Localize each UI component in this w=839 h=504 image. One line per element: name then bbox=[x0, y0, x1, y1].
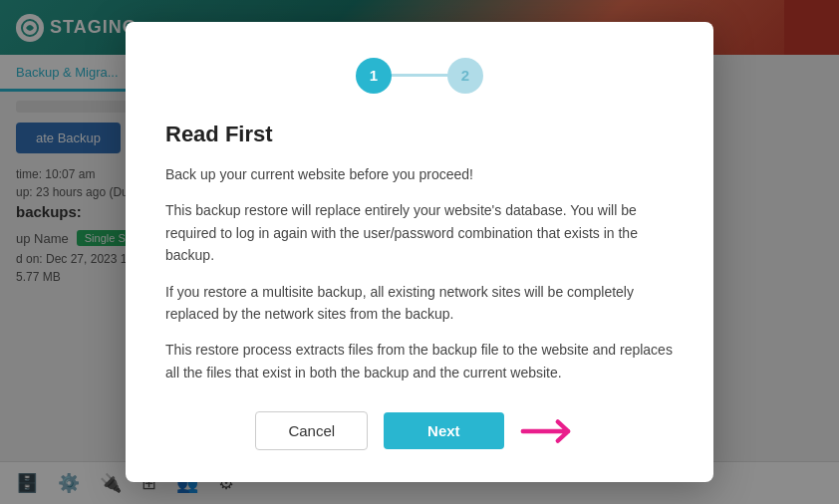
step-2-label: 2 bbox=[461, 67, 469, 84]
modal-paragraph-1: Back up your current website before you … bbox=[165, 163, 674, 185]
arrow-icon bbox=[514, 416, 584, 446]
modal-body: Back up your current website before you … bbox=[165, 163, 674, 383]
modal-dialog: 1 2 Read First Back up your current webs… bbox=[126, 22, 713, 482]
next-button[interactable]: Next bbox=[384, 412, 504, 449]
step-1-circle: 1 bbox=[356, 58, 392, 94]
next-button-container: Next bbox=[384, 412, 584, 449]
step-connector bbox=[390, 74, 449, 77]
modal-paragraph-3: If you restore a multisite backup, all e… bbox=[165, 281, 674, 326]
modal-overlay: 1 2 Read First Back up your current webs… bbox=[0, 0, 839, 504]
step-2-circle: 2 bbox=[447, 58, 483, 94]
modal-paragraph-4: This restore process extracts files from… bbox=[165, 339, 674, 383]
cancel-button[interactable]: Cancel bbox=[255, 411, 368, 450]
modal-footer: Cancel Next bbox=[165, 411, 674, 450]
modal-title: Read First bbox=[165, 122, 674, 147]
step-1-label: 1 bbox=[370, 67, 378, 84]
step-indicator: 1 2 bbox=[165, 58, 674, 94]
modal-paragraph-2: This backup restore will replace entirel… bbox=[165, 199, 674, 266]
